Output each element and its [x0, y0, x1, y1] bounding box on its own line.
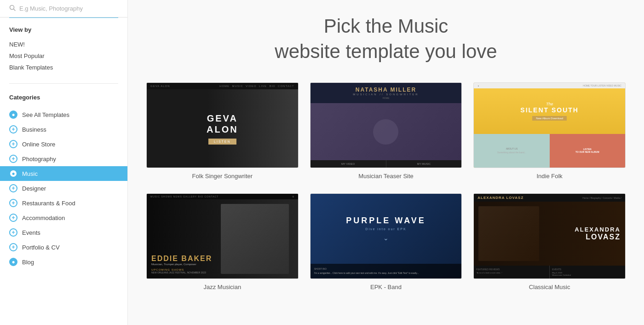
- restaurants-icon: +: [9, 199, 17, 207]
- sidebar-item-business[interactable]: + Business: [9, 122, 118, 137]
- sidebar: View by NEW! Most Popular Blank Template…: [0, 0, 128, 325]
- template-card-indie-folk[interactable]: ●HOME TOUR LISTEN VIDEO MUSIC The SILENT…: [473, 82, 626, 180]
- view-by-most-popular[interactable]: Most Popular: [9, 50, 118, 62]
- template-label-jazz-musician: Jazz Musician: [204, 284, 242, 290]
- sidebar-item-events[interactable]: + Events: [9, 225, 118, 240]
- portfolio-icon: +: [9, 243, 17, 251]
- svg-line-1: [14, 9, 16, 11]
- events-icon: +: [9, 228, 17, 237]
- photography-icon: +: [9, 155, 17, 163]
- view-by-blank-templates[interactable]: Blank Templates: [9, 62, 118, 73]
- sidebar-item-label-blog: Blog: [22, 259, 34, 266]
- templates-grid: GEVA ALON HOME MUSIC VIDEO LIVE BIO CONT…: [146, 82, 626, 290]
- template-label-indie-folk: Indie Folk: [536, 173, 562, 180]
- sidebar-item-designer[interactable]: + Designer: [9, 181, 118, 196]
- template-thumb-epk-band: PURPLE WAVE Dive into our EPK ⌄ SHORT BI…: [310, 193, 462, 279]
- template-thumb-folk-singer: GEVA ALON HOME MUSIC VIDEO LIVE BIO CONT…: [146, 82, 299, 168]
- sidebar-item-blog[interactable]: ● Blog: [9, 255, 118, 269]
- categories-title: Categories: [9, 94, 118, 101]
- sidebar-item-portfolio[interactable]: + Portfolio & CV: [9, 240, 118, 255]
- online-store-icon: +: [9, 140, 17, 148]
- sidebar-item-label-portfolio: Portfolio & CV: [22, 244, 60, 251]
- sidebar-item-label-see-all: See All Templates: [22, 111, 69, 118]
- template-label-classical-music: Classical Music: [529, 284, 570, 290]
- template-thumb-jazz-musician: MUSIC SHOWS NEWS GALLERY BIO CONTACT⚙ ED…: [146, 193, 299, 279]
- music-icon: ●: [9, 169, 17, 178]
- business-icon: +: [9, 125, 17, 133]
- categories-section: Categories ● See All Templates + Busines…: [0, 89, 127, 274]
- template-thumb-musician-teaser: NATASHA MILLER MUSICIAN // SONGWRITER HO…: [310, 82, 462, 168]
- designer-icon: +: [9, 184, 17, 192]
- template-thumb-classical-music: ALEXANDRA LOVASZ Home / Biography / Conc…: [473, 193, 626, 279]
- template-label-folk-singer: Folk Singer Songwriter: [192, 173, 253, 180]
- search-input[interactable]: [19, 5, 118, 12]
- view-by-new[interactable]: NEW!: [9, 39, 118, 50]
- search-container: [0, 0, 127, 17]
- sidebar-divider: [9, 83, 118, 84]
- template-label-musician-teaser: Musician Teaser Site: [358, 173, 414, 180]
- template-card-epk-band[interactable]: PURPLE WAVE Dive into our EPK ⌄ SHORT BI…: [310, 193, 462, 290]
- sidebar-item-label-events: Events: [22, 229, 40, 236]
- sidebar-item-see-all[interactable]: ● See All Templates: [9, 107, 118, 122]
- main-content: Pick the Music website template you love…: [128, 0, 644, 325]
- sidebar-item-photography[interactable]: + Photography: [9, 151, 118, 166]
- template-card-classical-music[interactable]: ALEXANDRA LOVASZ Home / Biography / Conc…: [473, 193, 626, 290]
- search-icon: [9, 5, 16, 12]
- sidebar-item-label-accommodation: Accommodation: [22, 215, 65, 221]
- sidebar-item-music[interactable]: ● Music: [0, 166, 127, 181]
- template-card-folk-singer[interactable]: GEVA ALON HOME MUSIC VIDEO LIVE BIO CONT…: [146, 82, 299, 180]
- sidebar-item-label-business: Business: [22, 126, 46, 133]
- view-by-section: View by NEW! Most Popular Blank Template…: [0, 18, 127, 78]
- sidebar-item-accommodation[interactable]: + Accommodation: [9, 210, 118, 225]
- see-all-icon: ●: [9, 110, 17, 119]
- sidebar-item-restaurants[interactable]: + Restaurants & Food: [9, 196, 118, 210]
- accommodation-icon: +: [9, 214, 17, 222]
- template-card-musician-teaser[interactable]: NATASHA MILLER MUSICIAN // SONGWRITER HO…: [310, 82, 462, 180]
- template-label-epk-band: EPK - Band: [370, 284, 402, 290]
- sidebar-item-label-online-store: Online Store: [22, 141, 55, 148]
- sidebar-item-label-photography: Photography: [22, 156, 56, 162]
- view-by-title: View by: [9, 26, 118, 33]
- template-thumb-indie-folk: ●HOME TOUR LISTEN VIDEO MUSIC The SILENT…: [473, 82, 626, 168]
- sidebar-item-label-designer: Designer: [22, 185, 46, 192]
- blog-icon: ●: [9, 258, 17, 266]
- sidebar-item-label-music: Music: [22, 170, 38, 177]
- sidebar-item-online-store[interactable]: + Online Store: [9, 137, 118, 151]
- sidebar-item-label-restaurants: Restaurants & Food: [22, 200, 75, 207]
- template-card-jazz-musician[interactable]: MUSIC SHOWS NEWS GALLERY BIO CONTACT⚙ ED…: [146, 193, 299, 290]
- page-title: Pick the Music website template you love: [146, 14, 626, 64]
